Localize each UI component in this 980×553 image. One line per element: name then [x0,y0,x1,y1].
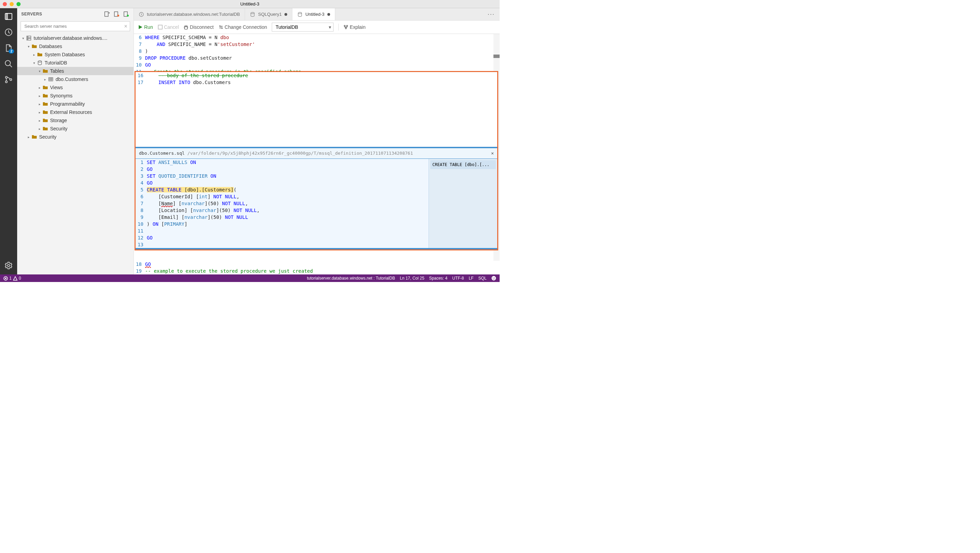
new-connection-icon[interactable] [104,11,110,17]
database-select[interactable]: TutorialDB [272,23,334,32]
explain-label: Explain [350,24,366,30]
tree-item-sec1[interactable]: ▸Security [17,124,134,133]
twisty-icon[interactable]: ▾ [32,60,37,65]
tree-item-syn[interactable]: ▸Synonyms [17,92,134,100]
run-label: Run [144,24,153,30]
twisty-icon[interactable]: ▾ [37,68,42,73]
peek-references-list: CREATE TABLE [dbo].[... [429,159,497,248]
run-button[interactable]: Run [138,24,153,30]
tree-label: Programmability [50,101,85,107]
status-eol[interactable]: LF [469,276,474,281]
status-bar: 1 0 tutorialserver.database.windows.net … [0,275,500,282]
window-title: Untitled-3 [240,2,259,6]
twisty-icon[interactable]: ▸ [37,110,42,114]
cancel-button[interactable]: Cancel [158,24,179,30]
status-connection[interactable]: tutorialserver.database.windows.net : Tu… [307,276,395,281]
status-feedback-icon[interactable] [492,276,496,281]
svg-point-5 [5,81,7,83]
toolbar-separator [338,24,339,30]
tab-tab2[interactable]: SQLQuery1 [245,8,292,20]
tree-item-ext[interactable]: ▸External Resources [17,108,134,116]
twisty-icon[interactable]: ▸ [37,93,42,98]
window-minimize-button[interactable] [10,2,14,6]
tree-label: Tables [50,68,64,74]
twisty-icon[interactable]: ▸ [37,85,42,90]
svg-point-15 [27,37,28,37]
twisty-icon[interactable]: ▸ [32,52,37,57]
status-encoding[interactable]: UTF-8 [452,276,464,281]
editor-upper[interactable]: 6789101112131415 WHERE SPECIFIC_SCHEMA =… [134,34,500,261]
activity-settings-icon[interactable] [4,261,13,270]
tree-label: dbo.Customers [56,76,88,82]
tab-tab1[interactable]: tutorialserver.database.windows.net:Tuto… [134,8,245,20]
activity-search-icon[interactable] [4,59,13,68]
tree-item-srv[interactable]: ▾tutorialserver.database.windows.... [17,34,134,42]
tab-tab3[interactable]: Untitled-3 [292,8,335,20]
window-close-button[interactable] [3,2,7,6]
folder-icon [43,101,48,107]
peek-definition-panel: 1617 -- body of the stored procedure INS… [135,71,498,250]
disconnect-button[interactable]: Disconnect [184,24,213,30]
tree-item-prog[interactable]: ▸Programmability [17,100,134,108]
tree-item-tables[interactable]: ▾Tables [17,67,134,75]
tree-label: Security [39,134,57,140]
folder-icon [43,118,48,123]
svg-point-25 [345,28,347,29]
folder-icon [43,93,48,99]
activity-history-icon[interactable] [4,27,13,37]
folder-icon [32,44,37,49]
folder-icon [37,52,43,57]
status-language[interactable]: SQL [478,276,487,281]
table-icon [48,76,54,82]
svg-point-29 [494,278,495,278]
svg-point-23 [344,25,345,27]
disconnect-label: Disconnect [190,24,213,30]
peek-filename: dbo.Customers.sql [139,150,185,157]
search-input[interactable] [21,21,130,31]
new-group-icon[interactable] [123,11,129,17]
status-indentation[interactable]: Spaces: 4 [429,276,447,281]
database-select-value: TutorialDB [275,24,298,30]
tree-label: Security [50,126,68,131]
explain-button[interactable]: Explain [344,24,366,30]
tree-item-stor[interactable]: ▸Storage [17,116,134,124]
tree-item-sec2[interactable]: ▸Security [17,133,134,141]
activity-servers-icon[interactable] [4,12,13,21]
twisty-icon[interactable]: ▸ [37,126,42,131]
peek-ref-item[interactable]: CREATE TABLE [dbo].[... [430,160,496,169]
twisty-icon[interactable]: ▸ [37,102,42,106]
peek-close-icon[interactable]: ✕ [491,150,494,157]
tree-item-dbs[interactable]: ▾Databases [17,42,134,51]
tab-label: SQLQuery1 [258,12,282,17]
activity-source-control-icon[interactable] [4,75,13,84]
change-connection-button[interactable]: Change Connection [219,24,267,30]
twisty-icon[interactable]: ▸ [26,135,31,139]
search-clear-icon[interactable]: × [124,23,127,30]
twisty-icon[interactable]: ▸ [43,77,47,82]
tree-item-tdb[interactable]: ▾TutorialDB [17,59,134,67]
twisty-icon[interactable]: ▸ [37,118,42,123]
svg-point-20 [251,12,254,14]
new-query-icon[interactable] [114,11,120,17]
tab-overflow-icon[interactable]: ··· [483,11,500,18]
twisty-icon[interactable]: ▾ [26,44,31,49]
svg-rect-22 [158,25,162,29]
query-toolbar: Run Cancel Disconnect Change Connection … [134,21,500,34]
twisty-icon[interactable]: ▾ [21,36,25,40]
svg-point-10 [117,15,119,17]
status-problems[interactable]: 1 0 [3,276,21,281]
window-zoom-button[interactable] [16,2,21,6]
tree-item-cust[interactable]: ▸dbo.Customers [17,75,134,83]
editor-lower[interactable]: 1819 GO-- example to execute the stored … [134,261,500,275]
svg-point-28 [493,278,493,278]
status-cursor-position[interactable]: Ln 17, Col 25 [400,276,424,281]
svg-rect-1 [6,13,8,19]
tree-item-sysdb[interactable]: ▸System Databases [17,51,134,59]
sidebar-title: SERVERS [21,12,42,16]
change-connection-label: Change Connection [225,24,267,30]
activity-explorer-icon[interactable]: 2 [4,43,13,53]
sidebar-header: SERVERS [17,8,134,20]
svg-point-16 [27,39,28,40]
svg-point-27 [492,276,496,281]
tree-item-views[interactable]: ▸Views [17,83,134,92]
